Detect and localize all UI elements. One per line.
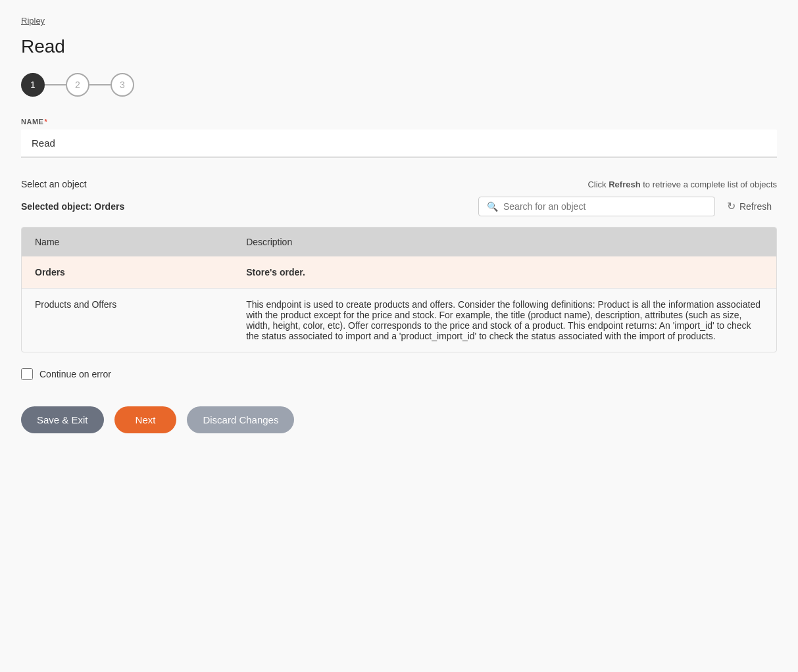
row-description: This endpoint is used to create products…: [233, 289, 776, 352]
stepper: 1 2 3: [21, 73, 777, 97]
step-connector-1: [45, 84, 66, 85]
step-3[interactable]: 3: [111, 73, 134, 97]
search-box[interactable]: 🔍: [478, 197, 715, 216]
page-title: Read: [21, 36, 777, 57]
table-wrapper: Name Description Orders Store's order. P…: [21, 227, 777, 352]
refresh-hint: Click Refresh to retrieve a complete lis…: [587, 180, 777, 189]
next-button[interactable]: Next: [114, 406, 177, 433]
table-header-row: Name Description: [22, 228, 776, 256]
object-section: Select an object Click Refresh to retrie…: [21, 179, 777, 216]
name-field-wrapper: NAME*: [21, 118, 777, 158]
footer-buttons: Save & Exit Next Discard Changes: [21, 406, 777, 433]
search-input[interactable]: [503, 201, 707, 212]
col-header-description: Description: [233, 228, 776, 256]
continue-error-wrapper: Continue on error: [21, 368, 777, 380]
step-2[interactable]: 2: [66, 73, 89, 97]
save-exit-button[interactable]: Save & Exit: [21, 406, 104, 433]
search-icon: 🔍: [487, 201, 498, 212]
selected-object-label: Selected object: Orders: [21, 201, 124, 212]
continue-on-error-label: Continue on error: [39, 369, 111, 379]
name-input[interactable]: [21, 130, 777, 158]
continue-on-error-checkbox[interactable]: [21, 368, 33, 380]
refresh-button[interactable]: ↻ Refresh: [722, 196, 777, 216]
name-label: NAME*: [21, 118, 777, 126]
discard-changes-button[interactable]: Discard Changes: [187, 406, 294, 433]
refresh-icon: ↻: [727, 200, 736, 212]
table-row[interactable]: Products and Offers This endpoint is use…: [22, 289, 776, 352]
col-header-name: Name: [22, 228, 233, 256]
table-row[interactable]: Orders Store's order.: [22, 256, 776, 289]
row-name: Products and Offers: [22, 289, 233, 352]
select-object-label: Select an object: [21, 179, 87, 189]
breadcrumb[interactable]: Ripley: [21, 16, 777, 26]
step-1[interactable]: 1: [21, 73, 45, 97]
row-name: Orders: [22, 256, 233, 289]
step-connector-2: [89, 84, 111, 85]
row-description: Store's order.: [233, 256, 776, 289]
